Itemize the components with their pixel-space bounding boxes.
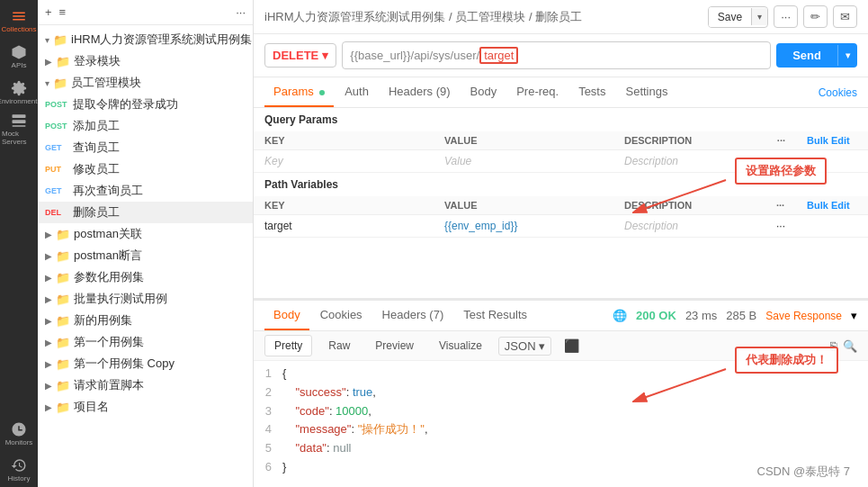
tab-headers[interactable]: Headers (9): [380, 77, 460, 107]
sidebar-item-pre-script[interactable]: ▶ 📁 请求前置脚本: [38, 374, 253, 396]
sidebar-item-employee[interactable]: ▾ 📁 员工管理模块: [38, 72, 253, 94]
copy-icon[interactable]: ⎘: [830, 339, 837, 353]
collection-label: iHRM人力资源管理系统测试用例集: [71, 32, 253, 48]
path-row-target: target {{env_emp_id}} Description ···: [254, 215, 868, 238]
method-select[interactable]: DELETE ▾: [264, 43, 336, 68]
tab-auth-label: Auth: [345, 85, 369, 98]
sidebar-item-new-collection[interactable]: ▶ 📁 新的用例集: [38, 310, 253, 331]
wrap-icon[interactable]: ⬛: [564, 338, 579, 353]
tab-settings-label: Settings: [625, 85, 667, 98]
params-dot: [319, 90, 325, 95]
tab-headers-label: Headers (9): [389, 85, 451, 98]
line-content: }: [282, 458, 286, 477]
code-body: 1 { 2 "success": true, 3 "code": 10000, …: [254, 361, 868, 487]
folder-label: 请求前置脚本: [74, 377, 144, 393]
send-arrow-icon[interactable]: ▾: [837, 45, 857, 66]
folder-icon: 📁: [53, 77, 67, 90]
sidebar-item-postman-assert[interactable]: ▶ 📁 postman断言: [38, 245, 253, 266]
sidebar-icon-history[interactable]: History: [2, 453, 36, 487]
breadcrumb: iHRM人力资源管理系统测试用例集 / 员工管理模块 / 删除员工: [264, 9, 701, 25]
response-area: Body Cookies Headers (7) Test Results 🌐 …: [254, 298, 868, 487]
tree-collection-root[interactable]: ▾ 📁 iHRM人力资源管理系统测试用例集 ★: [38, 29, 253, 50]
code-tab-raw[interactable]: Raw: [319, 336, 359, 356]
url-display[interactable]: {{base_url}}/api/sys/user/target: [342, 41, 771, 69]
path-desc-cell[interactable]: Description: [613, 215, 765, 238]
sidebar-item-reget-employee[interactable]: GET 再次查询员工: [38, 180, 253, 202]
save-arrow[interactable]: ▾: [751, 8, 767, 25]
new-button[interactable]: +: [45, 5, 52, 19]
more-options-button[interactable]: ···: [774, 5, 798, 28]
line-content: "message": "操作成功！",: [282, 420, 428, 439]
resp-tab-cookies[interactable]: Cookies: [311, 301, 371, 330]
path-bulkedit-header[interactable]: Bulk Edit: [796, 196, 868, 215]
sidebar-icon-monitors[interactable]: Monitors: [2, 417, 36, 451]
code-key: "message": [295, 422, 351, 436]
sidebar-item-batch[interactable]: ▶ 📁 批量执行测试用例: [38, 288, 253, 310]
resp-tab-testresults[interactable]: Test Results: [454, 301, 536, 330]
tab-prereq[interactable]: Pre-req.: [507, 77, 568, 107]
resp-tab-body[interactable]: Body: [264, 301, 309, 330]
sidebar-item-delete-employee[interactable]: DEL 删除员工: [38, 202, 253, 223]
sidebar-item-add-employee[interactable]: POST 添加员工: [38, 115, 253, 137]
tab-params[interactable]: Params: [264, 77, 334, 107]
format-label: JSON: [505, 339, 536, 353]
tab-settings[interactable]: Settings: [616, 77, 676, 107]
tab-tests[interactable]: Tests: [569, 77, 614, 107]
tab-auth[interactable]: Auth: [336, 77, 378, 107]
path-key-header: KEY: [254, 196, 434, 215]
sidebar-item-first-collection[interactable]: ▶ 📁 第一个用例集: [38, 331, 253, 353]
sidebar-item-login-token[interactable]: POST 提取令牌的登录成功: [38, 94, 253, 115]
sidebar-icon-collections[interactable]: Collections: [2, 4, 36, 38]
resp-tab-headers[interactable]: Headers (7): [373, 301, 453, 330]
code-tab-visualize[interactable]: Visualize: [430, 336, 491, 356]
more-button[interactable]: ···: [236, 5, 246, 19]
sidebar-item-params[interactable]: ▶ 📁 参数化用例集: [38, 266, 253, 288]
arrow-icon: ▶: [45, 273, 52, 283]
cookies-link[interactable]: Cookies: [819, 86, 857, 99]
sidebar-item-first-collection-copy[interactable]: ▶ 📁 第一个用例集 Copy: [38, 353, 253, 374]
search-icon[interactable]: 🔍: [843, 339, 857, 353]
line-content: "data": null: [282, 439, 351, 458]
response-tabs: Body Cookies Headers (7) Test Results 🌐 …: [254, 301, 868, 331]
sidebar-item-login[interactable]: ▶ 📁 登录模块: [38, 50, 253, 72]
main-wrapper: iHRM人力资源管理系统测试用例集 / 员工管理模块 / 删除员工 Save ▾…: [254, 0, 868, 487]
method-arrow-icon: ▾: [322, 49, 328, 62]
sidebar-icon-apis[interactable]: APIs: [2, 40, 36, 74]
save-main[interactable]: Save: [709, 7, 751, 27]
line-content: "success": true,: [282, 383, 376, 402]
menu-button[interactable]: ≡: [59, 5, 67, 19]
folder-icon: 📁: [56, 314, 70, 328]
sidebar-item-get-employee[interactable]: GET 查询员工: [38, 137, 253, 158]
code-tab-pretty[interactable]: Pretty: [264, 335, 312, 356]
arrow-icon: ▶: [45, 359, 52, 369]
query-params-title: Query Params: [254, 108, 868, 131]
sidebar-icon-environments[interactable]: Environments: [2, 76, 36, 110]
method-badge: GET: [45, 143, 68, 152]
edit-button[interactable]: ✏: [803, 5, 828, 28]
arrow-icon: ▶: [45, 316, 52, 326]
status-ms: 23 ms: [685, 309, 717, 322]
save-button-group[interactable]: Save ▾: [708, 6, 768, 28]
params-top: Query Params KEY VALUE DESCRIPTION ··· B…: [254, 108, 868, 298]
icon-sidebar: Collections APIs Environments Mock Serve…: [0, 0, 38, 487]
sidebar-item-project[interactable]: ▶ 📁 项目名: [38, 396, 253, 418]
path-value-cell[interactable]: {{env_emp_id}}: [434, 215, 613, 238]
sidebar-item-postman-link[interactable]: ▶ 📁 postman关联: [38, 223, 253, 245]
status-bytes: 285 B: [726, 309, 756, 322]
folder-icon: 📁: [56, 357, 70, 371]
send-label[interactable]: Send: [776, 43, 837, 68]
save-response-arrow[interactable]: ▾: [851, 309, 857, 322]
query-bulkedit-header[interactable]: Bulk Edit: [796, 131, 868, 150]
format-select[interactable]: JSON ▾: [498, 337, 551, 356]
sidebar-icon-mockservers[interactable]: Mock Servers: [2, 112, 36, 146]
code-value: "操作成功！": [358, 422, 425, 436]
request-label: 修改员工: [73, 161, 120, 177]
code-tab-preview[interactable]: Preview: [366, 336, 423, 356]
sidebar-item-put-employee[interactable]: PUT 修改员工: [38, 158, 253, 180]
send-button[interactable]: Send ▾: [776, 43, 857, 68]
save-response-button[interactable]: Save Response: [765, 310, 842, 322]
resp-body-label: Body: [273, 308, 300, 321]
comment-button[interactable]: ✉: [833, 5, 857, 28]
tab-params-label: Params: [273, 85, 314, 98]
tab-body[interactable]: Body: [461, 77, 506, 107]
